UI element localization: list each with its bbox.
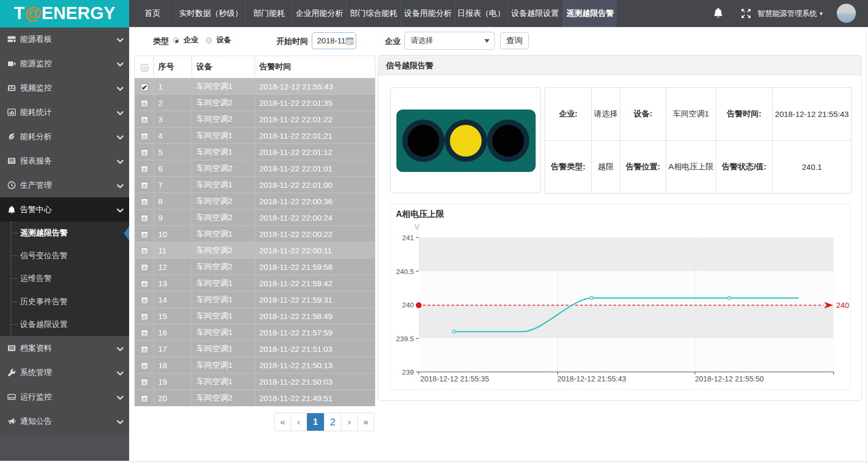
svg-text:241: 241 bbox=[402, 234, 414, 242]
svg-text:V: V bbox=[414, 223, 420, 231]
svg-text:2018-12-12 21:55:50: 2018-12-12 21:55:50 bbox=[695, 375, 764, 383]
svg-text:239.5: 239.5 bbox=[396, 335, 414, 343]
svg-text:240: 240 bbox=[836, 301, 849, 310]
svg-text:240: 240 bbox=[402, 301, 414, 309]
svg-text:239: 239 bbox=[402, 368, 414, 376]
svg-text:2018-12-12 21:55:35: 2018-12-12 21:55:35 bbox=[420, 375, 489, 383]
svg-text:240.5: 240.5 bbox=[396, 268, 414, 276]
svg-text:2018-12-12 21:55:43: 2018-12-12 21:55:43 bbox=[557, 375, 626, 383]
